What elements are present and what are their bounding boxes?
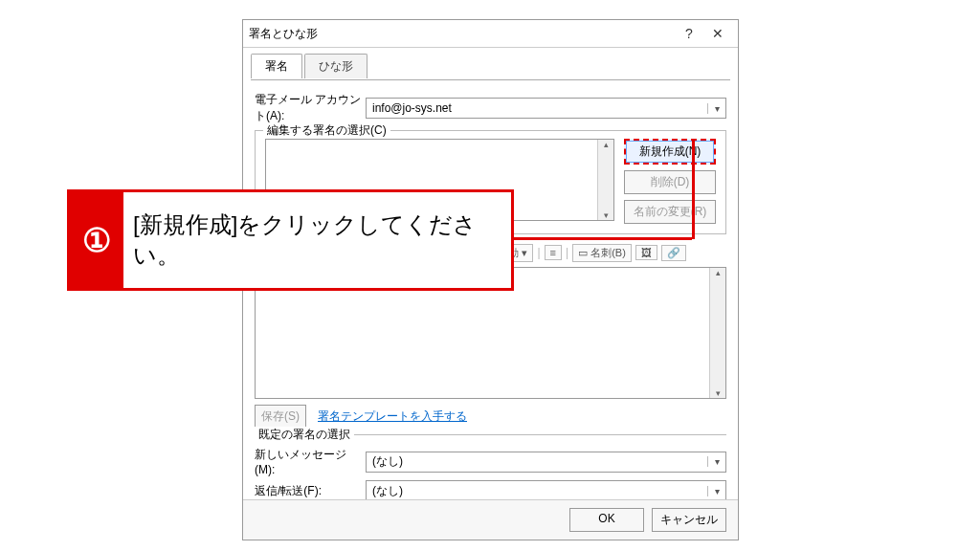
new-signature-button[interactable]: 新規作成(N): [624, 139, 716, 165]
align-button[interactable]: ≡: [545, 245, 562, 260]
business-card-button[interactable]: ▭ 名刺(B): [572, 244, 632, 262]
tab-stationery[interactable]: ひな形: [304, 54, 368, 78]
new-message-value: (なし): [367, 453, 707, 470]
insert-link-button[interactable]: 🔗: [661, 245, 686, 261]
callout-text: [新規作成]をクリックしてください。: [123, 192, 511, 288]
default-signature-legend: 既定の署名の選択: [255, 427, 354, 443]
chevron-down-icon: ▾: [707, 486, 725, 496]
save-signature-button[interactable]: 保存(S): [255, 405, 306, 429]
callout-leader: [692, 139, 695, 239]
help-button[interactable]: ?: [675, 26, 703, 41]
scrollbar[interactable]: ▴▾: [709, 268, 725, 398]
cancel-button[interactable]: キャンセル: [652, 508, 726, 532]
instruction-callout: ① [新規作成]をクリックしてください。: [67, 189, 514, 291]
account-label: 電子メール アカウント(A):: [255, 92, 366, 124]
chevron-down-icon: ▾: [707, 456, 725, 467]
delete-signature-button[interactable]: 削除(D): [624, 170, 716, 194]
select-signature-legend: 編集する署名の選択(C): [263, 122, 390, 139]
reply-forward-label: 返信/転送(F):: [255, 483, 366, 499]
titlebar: 署名とひな形 ? ✕: [243, 20, 738, 48]
reply-forward-dropdown[interactable]: (なし) ▾: [366, 480, 726, 501]
dialog-title: 署名とひな形: [249, 26, 675, 42]
insert-picture-button[interactable]: 🖼: [635, 245, 657, 260]
tab-signature[interactable]: 署名: [251, 54, 302, 78]
new-message-label: 新しいメッセージ(M):: [255, 447, 366, 476]
callout-leader: [508, 237, 692, 240]
dialog-body: 電子メール アカウント(A): info@jo-sys.net ▾ 編集する署名…: [243, 80, 738, 522]
scrollbar[interactable]: ▴▾: [597, 140, 613, 220]
account-dropdown[interactable]: info@jo-sys.net ▾: [366, 98, 726, 119]
tabs: 署名 ひな形: [243, 48, 738, 78]
ok-button[interactable]: OK: [569, 508, 644, 532]
dialog-footer: OK キャンセル: [243, 499, 738, 540]
new-message-dropdown[interactable]: (なし) ▾: [366, 452, 726, 473]
card-icon: ▭: [578, 247, 588, 258]
close-button[interactable]: ✕: [703, 26, 732, 41]
rename-signature-button[interactable]: 名前の変更(R): [624, 200, 716, 224]
get-templates-link[interactable]: 署名テンプレートを入手する: [318, 408, 467, 425]
reply-forward-value: (なし): [367, 483, 707, 499]
chevron-down-icon: ▾: [707, 103, 725, 114]
account-value: info@jo-sys.net: [367, 101, 707, 115]
callout-number: ①: [70, 192, 123, 288]
